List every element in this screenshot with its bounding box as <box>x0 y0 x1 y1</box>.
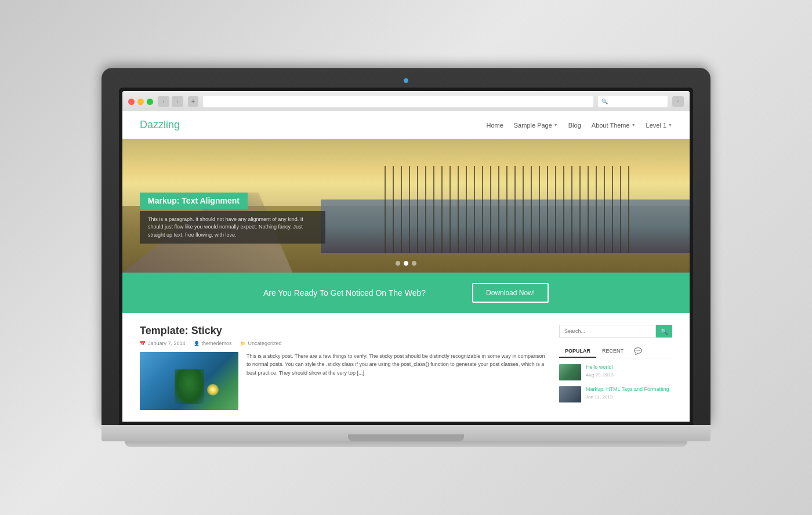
sidebar-post-title-2[interactable]: Markup: HTML Tags and Formatting <box>586 386 669 393</box>
cta-band: Are You Ready To Get Noticed On The Web?… <box>122 273 690 313</box>
site-nav: Home Sample Page ▼ Blog About Theme ▼ <box>486 122 672 129</box>
download-now-button[interactable]: Download Now! <box>472 283 549 303</box>
browser-chrome: ‹ › + 🔍 ⤢ <box>122 91 690 111</box>
hero-caption: Markup: Text Alignment This is a paragra… <box>140 193 325 244</box>
nav-level1[interactable]: Level 1 ▼ <box>646 122 672 129</box>
nav-blog[interactable]: Blog <box>568 122 581 129</box>
post-date: 📅 January 7, 2014 <box>140 340 186 346</box>
minimize-button[interactable] <box>137 99 144 105</box>
chevron-down-icon: ▼ <box>668 123 672 127</box>
new-tab-button[interactable]: + <box>188 96 198 107</box>
post-meta: 📅 January 7, 2014 👤 themedemos 📁 Uncate <box>140 340 548 346</box>
slide-dot-3[interactable] <box>412 261 416 266</box>
post-thumbnail <box>140 352 238 410</box>
sidebar-post-thumbnail-1 <box>559 364 581 380</box>
laptop-base <box>102 425 710 441</box>
close-button[interactable] <box>128 99 135 105</box>
browser-search-box[interactable]: 🔍 <box>598 96 668 107</box>
search-button[interactable]: 🔍 <box>656 325 672 338</box>
post-title: Template: Sticky <box>140 325 548 337</box>
chevron-down-icon: ▼ <box>554 123 558 127</box>
hero-trees <box>378 166 633 253</box>
main-content: Template: Sticky 📅 January 7, 2014 👤 the… <box>122 313 690 422</box>
maximize-button[interactable] <box>147 99 153 105</box>
hero-slider[interactable]: Markup: Text Alignment This is a paragra… <box>122 139 690 273</box>
nav-sample-page[interactable]: Sample Page ▼ <box>514 122 558 129</box>
folder-icon: 📁 <box>240 341 246 346</box>
browser-nav: ‹ › <box>158 96 183 107</box>
sidebar-post-date-2: Jan 11, 2013 <box>586 394 669 400</box>
sidebar-search: 🔍 <box>559 325 672 338</box>
comments-icon[interactable]: 💬 <box>629 344 647 358</box>
browser-window: ‹ › + 🔍 ⤢ Dazzling Ho <box>122 91 690 422</box>
sidebar-post-info-2: Markup: HTML Tags and Formatting Jan 11,… <box>586 386 669 400</box>
hero-title: Markup: Text Alignment <box>140 193 248 209</box>
post-excerpt: This is a sticky post. There are a few t… <box>246 352 548 410</box>
laptop-lid: ‹ › + 🔍 ⤢ Dazzling Ho <box>102 68 710 425</box>
sidebar-tabs: POPULAR RECENT 💬 <box>559 344 672 358</box>
back-button[interactable]: ‹ <box>158 96 169 107</box>
sidebar-post-date-1: Aug 29, 2013 <box>586 372 614 378</box>
sidebar-post-thumbnail-2 <box>559 386 581 402</box>
slide-dot-2[interactable] <box>404 261 408 266</box>
forward-button[interactable]: › <box>172 96 183 107</box>
address-bar[interactable] <box>203 96 593 107</box>
hero-description: This is a paragraph. It should not have … <box>140 211 325 244</box>
thumb-sun <box>207 384 219 396</box>
website: Dazzling Home Sample Page ▼ Blog About T… <box>122 111 690 422</box>
nav-about-theme[interactable]: About Theme ▼ <box>592 122 636 129</box>
post-category: 📁 Uncategorized <box>240 340 282 346</box>
fullscreen-button[interactable]: ⤢ <box>672 96 684 107</box>
traffic-lights <box>128 99 153 105</box>
calendar-icon: 📅 <box>140 341 146 346</box>
nav-home[interactable]: Home <box>486 122 503 129</box>
sidebar-post-1: Hello world! Aug 29, 2013 <box>559 364 672 380</box>
laptop-foot <box>125 441 687 447</box>
hero-dots <box>396 261 416 266</box>
thumb-tree <box>175 369 204 404</box>
laptop-camera <box>404 78 408 83</box>
tab-popular[interactable]: POPULAR <box>559 345 596 358</box>
post-body: This is a sticky post. There are a few t… <box>140 352 548 410</box>
sidebar-post-title-1[interactable]: Hello world! <box>586 364 614 371</box>
site-logo: Dazzling <box>140 119 180 131</box>
chevron-down-icon: ▼ <box>632 123 636 127</box>
sidebar: 🔍 POPULAR RECENT 💬 Hello world! <box>559 325 672 410</box>
sidebar-post-info-1: Hello world! Aug 29, 2013 <box>586 364 614 378</box>
sidebar-post-2: Markup: HTML Tags and Formatting Jan 11,… <box>559 386 672 402</box>
slide-dot-1[interactable] <box>396 261 400 266</box>
post-author: 👤 themedemos <box>194 340 232 346</box>
search-input[interactable] <box>559 325 656 338</box>
site-header: Dazzling Home Sample Page ▼ Blog About T… <box>122 111 690 139</box>
tab-recent[interactable]: RECENT <box>596 345 629 358</box>
user-icon: 👤 <box>194 341 200 346</box>
cta-text: Are You Ready To Get Noticed On The Web? <box>263 288 426 298</box>
laptop-shell: ‹ › + 🔍 ⤢ Dazzling Ho <box>102 68 710 447</box>
screen-bezel: ‹ › + 🔍 ⤢ Dazzling Ho <box>119 88 693 425</box>
blog-section: Template: Sticky 📅 January 7, 2014 👤 the… <box>140 325 548 410</box>
